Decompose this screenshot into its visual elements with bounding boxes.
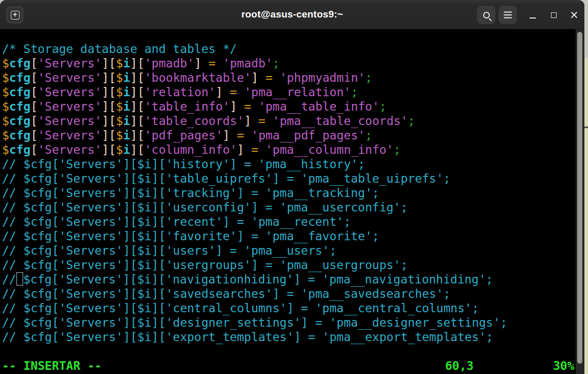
code-line: // $cfg['Servers'][$i]['export_templates… bbox=[2, 330, 507, 344]
code-line: // $cfg['Servers'][$i]['designer_setting… bbox=[2, 315, 507, 330]
code-token: 'relation' bbox=[144, 85, 215, 99]
code-line: // $cfg['Servers'][$i]['favorite'] = 'pm… bbox=[2, 229, 507, 243]
close-button[interactable] bbox=[566, 7, 582, 23]
code-token: 'pmadb' bbox=[144, 57, 194, 70]
code-token: = bbox=[209, 57, 216, 70]
code-token: [ bbox=[30, 71, 38, 84]
code-line: // $cfg['Servers'][$i]['central_columns'… bbox=[2, 301, 507, 315]
search-icon bbox=[483, 12, 490, 19]
menu-button[interactable] bbox=[499, 6, 517, 24]
code-token: // $cfg['Servers'][$i]['tracking'] = 'pm… bbox=[2, 186, 379, 200]
code-token: $ bbox=[116, 71, 123, 84]
code-token: 'bookmarktable' bbox=[144, 71, 251, 84]
code-line: // $cfg['Servers'][$i]['history'] = 'pma… bbox=[2, 157, 507, 171]
code-token: cfg bbox=[9, 129, 31, 142]
code-token bbox=[265, 114, 272, 128]
code-token: $ bbox=[2, 129, 9, 142]
code-token: i bbox=[123, 100, 130, 113]
code-line: // $cfg['Servers'][$i]['tracking'] = 'pm… bbox=[2, 186, 507, 200]
code-token: 'table_coords' bbox=[144, 114, 244, 128]
code-token: cfg bbox=[9, 85, 31, 99]
scrollbar-track[interactable] bbox=[576, 29, 584, 374]
new-tab-button[interactable]: + bbox=[7, 7, 23, 23]
code-token: $ bbox=[116, 143, 123, 156]
code-token: [ bbox=[30, 129, 38, 142]
vim-cursor bbox=[16, 272, 24, 286]
code-line: // $cfg['Servers'][$i]['users'] = 'pma__… bbox=[2, 243, 507, 258]
code-line: $cfg['Servers'][$i]['table_coords'] = 'p… bbox=[2, 114, 507, 128]
window-title: root@asus-centos9:~ bbox=[0, 9, 584, 20]
code-token: ][ bbox=[130, 57, 144, 70]
code-token bbox=[223, 85, 230, 99]
code-line: // $cfg['Servers'][$i]['savedsearches'] … bbox=[2, 287, 507, 301]
code-token: // bbox=[2, 273, 16, 286]
minimize-button[interactable] bbox=[525, 7, 540, 23]
code-token: 'Servers' bbox=[38, 143, 102, 156]
code-token: // $cfg['Servers'][$i]['userconfig'] = '… bbox=[2, 201, 408, 214]
code-token: = bbox=[230, 85, 237, 99]
titlebar[interactable]: root@asus-centos9:~ + bbox=[0, 0, 584, 29]
maximize-icon bbox=[551, 12, 557, 18]
code-token: ; bbox=[408, 114, 415, 128]
scrollbar-thumb[interactable] bbox=[577, 32, 582, 364]
terminal-window: root@asus-centos9:~ + /* Storage databas… bbox=[0, 0, 584, 374]
code-token: 'pma__table_coords' bbox=[272, 114, 408, 128]
code-token: i bbox=[123, 143, 130, 156]
code-token: ][ bbox=[102, 114, 116, 128]
code-line: $cfg['Servers'][$i]['column_info'] = 'pm… bbox=[2, 143, 507, 157]
code-token: $ bbox=[2, 143, 9, 156]
code-token: ] bbox=[237, 143, 244, 156]
code-token: i bbox=[123, 71, 130, 84]
code-token: // $cfg['Servers'][$i]['table_uiprefs'] … bbox=[2, 172, 450, 185]
terminal-content[interactable]: /* Storage database and tables */$cfg['S… bbox=[0, 29, 584, 374]
code-token: cfg bbox=[9, 57, 31, 70]
code-token: $ bbox=[2, 57, 9, 70]
maximize-button[interactable] bbox=[546, 7, 561, 23]
code-token: // $cfg['Servers'][$i]['usergroups'] = '… bbox=[2, 258, 408, 272]
code-token: 'pdf_pages' bbox=[144, 129, 223, 142]
code-token: 'pma__column_info' bbox=[265, 143, 393, 156]
code-token: ] bbox=[251, 71, 259, 84]
code-token: 'pma__relation' bbox=[244, 85, 351, 99]
code-token: = bbox=[237, 129, 244, 142]
code-token bbox=[237, 100, 244, 113]
code-token: 'table_info' bbox=[144, 100, 230, 113]
code-token: ; bbox=[365, 71, 372, 84]
code-token: // $cfg['Servers'][$i]['favorite'] = 'pm… bbox=[2, 229, 379, 243]
code-token: ][ bbox=[130, 143, 144, 156]
code-token bbox=[201, 57, 209, 70]
code-token: 'phpmyadmin' bbox=[280, 71, 365, 84]
code-token: ; bbox=[365, 129, 372, 142]
code-token: $ bbox=[116, 114, 123, 128]
code-token: 'Servers' bbox=[38, 85, 102, 99]
code-token: ] bbox=[230, 100, 237, 113]
close-icon bbox=[569, 10, 579, 20]
vim-statusline: -- INSERTAR -- 60,3 30% bbox=[0, 359, 584, 373]
code-line: /* Storage database and tables */ bbox=[2, 42, 507, 56]
code-token: i bbox=[123, 57, 130, 70]
code-token: ] bbox=[194, 57, 201, 70]
code-token: // $cfg['Servers'][$i]['export_templates… bbox=[2, 330, 493, 344]
minimize-icon bbox=[529, 17, 536, 19]
vim-ruler-position: 60,3 bbox=[445, 359, 473, 373]
code-line: // $cfg['Servers'][$i]['userconfig'] = '… bbox=[2, 200, 507, 215]
code-token bbox=[244, 143, 251, 156]
code-token: ][ bbox=[102, 143, 116, 156]
code-token: // $cfg['Servers'][$i]['users'] = 'pma__… bbox=[2, 244, 337, 257]
code-line: $cfg['Servers'][$i]['bookmarktable'] = '… bbox=[2, 70, 507, 85]
code-token: ] bbox=[244, 114, 251, 128]
code-token: // $cfg['Servers'][$i]['recent'] = 'pma_… bbox=[2, 215, 351, 228]
code-token: $ bbox=[116, 129, 123, 142]
hamburger-menu-icon bbox=[504, 14, 512, 15]
code-token: $ bbox=[116, 85, 123, 99]
code-line: // $cfg['Servers'][$i]['table_uiprefs'] … bbox=[2, 171, 507, 186]
code-token: [ bbox=[30, 143, 38, 156]
code-token: ][ bbox=[130, 71, 144, 84]
code-token: [ bbox=[30, 114, 38, 128]
code-token bbox=[216, 57, 223, 70]
code-token bbox=[251, 100, 259, 113]
search-button[interactable] bbox=[477, 6, 495, 24]
code-token: ][ bbox=[130, 129, 144, 142]
code-token: ][ bbox=[130, 85, 144, 99]
code-line: // $cfg['Servers'][$i]['navigationhiding… bbox=[2, 272, 507, 287]
